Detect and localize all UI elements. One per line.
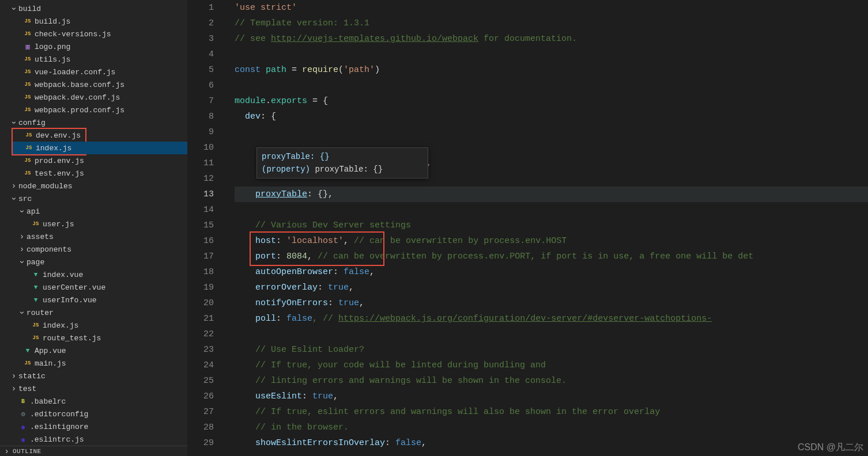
- file-editorconfig[interactable]: .editorconfig: [0, 408, 187, 420]
- chevron-down-icon: [17, 308, 27, 317]
- folder-assets[interactable]: assets: [0, 230, 187, 243]
- js-icon: [23, 67, 32, 77]
- folder-config[interactable]: config: [0, 116, 187, 129]
- outline-section[interactable]: OUTLINE: [0, 446, 187, 456]
- vue-icon: [31, 283, 40, 292]
- editor-area[interactable]: 1234567891011121314151617181920212223242…: [187, 0, 868, 456]
- js-icon: [23, 80, 32, 89]
- image-icon: [23, 42, 32, 51]
- folder-page[interactable]: page: [0, 256, 187, 268]
- eslint-icon: [18, 435, 28, 444]
- folder-src[interactable]: src: [0, 192, 187, 205]
- chevron-down-icon: [9, 4, 18, 13]
- js-icon: [23, 29, 32, 39]
- file-router-index[interactable]: index.js: [0, 319, 187, 332]
- file-eslintignore[interactable]: .eslintignore: [0, 420, 187, 433]
- js-icon: [24, 131, 33, 140]
- folder-static[interactable]: static: [0, 370, 187, 382]
- file-tree: build build.js check-versions.js logo.pn…: [0, 0, 187, 446]
- chevron-down-icon: [9, 118, 18, 127]
- gear-icon: [18, 409, 28, 419]
- file-check-versions[interactable]: check-versions.js: [0, 28, 187, 40]
- file-webpack-dev[interactable]: webpack.dev.conf.js: [0, 91, 187, 104]
- file-app-vue[interactable]: App.vue: [0, 344, 187, 357]
- highlight-annotation: dev.env.js index.js: [12, 128, 86, 155]
- babel-icon: [18, 397, 28, 406]
- file-prod-env[interactable]: prod.env.js: [0, 154, 187, 167]
- vue-icon: [31, 270, 40, 279]
- watermark: CSDN @凡二尔: [798, 442, 863, 454]
- highlight-annotation-code: [250, 231, 384, 266]
- file-usercenter-vue[interactable]: userCenter.vue: [0, 281, 187, 294]
- js-icon: [31, 219, 40, 229]
- file-utils-js[interactable]: utils.js: [0, 53, 187, 66]
- hover-tooltip: proxyTable: {} (property) proxyTable: {}: [256, 147, 428, 178]
- chevron-right-icon: [9, 371, 18, 381]
- folder-api[interactable]: api: [0, 205, 187, 218]
- file-route-test[interactable]: route_test.js: [0, 332, 187, 344]
- file-user-js[interactable]: user.js: [0, 218, 187, 230]
- chevron-right-icon: [2, 447, 12, 456]
- js-icon: [23, 93, 32, 102]
- js-icon: [23, 156, 32, 165]
- file-test-env[interactable]: test.env.js: [0, 167, 187, 180]
- js-icon: [23, 105, 32, 115]
- folder-node-modules[interactable]: node_modules: [0, 180, 187, 192]
- chevron-down-icon: [17, 207, 27, 216]
- folder-components[interactable]: components: [0, 243, 187, 256]
- vue-icon: [31, 295, 40, 305]
- file-webpack-prod[interactable]: webpack.prod.conf.js: [0, 104, 187, 116]
- file-userinfo-vue[interactable]: userInfo.vue: [0, 294, 187, 306]
- line-gutter: 1234567891011121314151617181920212223242…: [187, 0, 222, 451]
- js-icon: [23, 17, 32, 26]
- js-icon: [31, 321, 40, 330]
- folder-build[interactable]: build: [0, 2, 187, 15]
- file-index-vue[interactable]: index.vue: [0, 268, 187, 281]
- file-build-js[interactable]: build.js: [0, 15, 187, 28]
- js-icon: [23, 55, 32, 64]
- file-dev-env[interactable]: dev.env.js: [13, 129, 85, 142]
- file-main-js[interactable]: main.js: [0, 357, 187, 370]
- js-icon: [31, 333, 40, 343]
- chevron-right-icon: [9, 384, 18, 393]
- file-eslintrc[interactable]: .eslintrc.js: [0, 433, 187, 446]
- vue-icon: [23, 346, 32, 355]
- file-vue-loader[interactable]: vue-loader.conf.js: [0, 66, 187, 78]
- eslint-icon: [18, 422, 28, 431]
- js-icon: [23, 359, 32, 368]
- folder-router[interactable]: router: [0, 306, 187, 319]
- folder-test[interactable]: test: [0, 382, 187, 395]
- chevron-right-icon: [17, 245, 27, 254]
- chevron-down-icon: [17, 257, 27, 267]
- file-webpack-base[interactable]: webpack.base.conf.js: [0, 78, 187, 91]
- sidebar: build build.js check-versions.js logo.pn…: [0, 0, 187, 456]
- file-index-js[interactable]: index.js: [13, 142, 187, 154]
- file-logo-png[interactable]: logo.png: [0, 40, 187, 53]
- js-icon: [23, 169, 32, 178]
- js-icon: [24, 143, 33, 153]
- chevron-right-icon: [17, 232, 27, 241]
- file-babelrc[interactable]: .babelrc: [0, 395, 187, 408]
- code-content[interactable]: 'use strict' // Template version: 1.3.1 …: [235, 0, 868, 451]
- chevron-right-icon: [9, 181, 18, 191]
- chevron-down-icon: [9, 194, 18, 203]
